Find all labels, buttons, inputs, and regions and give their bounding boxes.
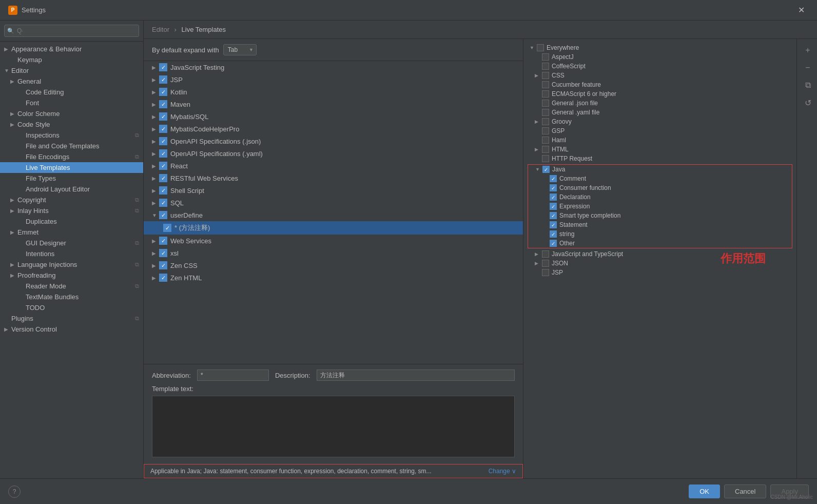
ctx-checkbox[interactable] bbox=[542, 250, 549, 258]
tpl-checkbox[interactable]: ✓ bbox=[159, 162, 167, 170]
sidebar-item-android-layout[interactable]: Android Layout Editor bbox=[0, 184, 143, 195]
ctx-item-java[interactable]: ▼ ✓ Java bbox=[528, 165, 792, 174]
ctx-checkbox[interactable] bbox=[542, 146, 549, 153]
tpl-item-web-services[interactable]: ▶ ✓ Web Services bbox=[144, 235, 523, 247]
ctx-item-html[interactable]: ▶ HTML bbox=[528, 145, 792, 154]
ctx-item-gsp[interactable]: GSP bbox=[528, 126, 792, 135]
tpl-checkbox[interactable]: ✓ bbox=[159, 125, 167, 133]
ctx-item-json[interactable]: ▶ JSON bbox=[528, 259, 792, 268]
ok-button[interactable]: OK bbox=[689, 484, 720, 498]
ctx-item-java-statement[interactable]: ✓ Statement bbox=[528, 220, 792, 229]
ctx-item-java-string[interactable]: ✓ string bbox=[528, 229, 792, 239]
sidebar-item-language-injections[interactable]: ▶ Language Injections ⧉ bbox=[0, 259, 143, 270]
ctx-item-java-expression[interactable]: ✓ Expression bbox=[528, 202, 792, 211]
sidebar-item-plugins[interactable]: Plugins ⧉ bbox=[0, 313, 143, 324]
sidebar-item-live-templates[interactable]: Live Templates bbox=[0, 162, 143, 173]
copy-button[interactable]: ⧉ bbox=[801, 78, 815, 92]
ctx-checkbox[interactable] bbox=[542, 137, 549, 144]
tpl-checkbox[interactable]: ✓ bbox=[159, 88, 167, 96]
ctx-checkbox[interactable] bbox=[542, 155, 549, 162]
tpl-checkbox[interactable]: ✓ bbox=[159, 75, 167, 84]
tpl-item-openapi-yaml[interactable]: ▶ ✓ OpenAPI Specifications (.yaml) bbox=[144, 147, 523, 160]
ctx-item-yaml-file[interactable]: General .yaml file bbox=[528, 108, 792, 117]
ctx-checkbox[interactable]: ✓ bbox=[550, 240, 557, 247]
sidebar-item-inspections[interactable]: Inspections ⧉ bbox=[0, 130, 143, 141]
ctx-checkbox[interactable] bbox=[542, 100, 549, 107]
tpl-item-mybatis-helper[interactable]: ▶ ✓ MybatisCodeHelperPro bbox=[144, 123, 523, 135]
ctx-item-everywhere[interactable]: ▼ Everywhere bbox=[528, 43, 792, 52]
ctx-item-js-ts[interactable]: ▶ JavaScript and TypeScript bbox=[528, 249, 792, 259]
ctx-item-java-consumer[interactable]: ✓ Consumer function bbox=[528, 183, 792, 192]
ctx-checkbox[interactable] bbox=[542, 90, 549, 98]
sidebar-item-proofreading[interactable]: ▶ Proofreading bbox=[0, 270, 143, 281]
ctx-checkbox[interactable] bbox=[542, 72, 549, 79]
ctx-checkbox[interactable] bbox=[537, 44, 544, 51]
tpl-checkbox[interactable]: ✓ bbox=[159, 149, 167, 158]
sidebar-item-general[interactable]: ▶ General bbox=[0, 76, 143, 87]
template-textarea[interactable] bbox=[152, 396, 515, 457]
sidebar-item-gui-designer[interactable]: GUI Designer ⧉ bbox=[0, 238, 143, 248]
ctx-item-java-declaration[interactable]: ✓ Declaration bbox=[528, 192, 792, 202]
search-input[interactable] bbox=[4, 25, 139, 37]
sidebar-item-file-code-templates[interactable]: File and Code Templates bbox=[0, 141, 143, 151]
sidebar-item-textmate[interactable]: TextMate Bundles bbox=[0, 292, 143, 302]
tpl-item-user-define[interactable]: ▼ ✓ userDefine bbox=[144, 209, 523, 221]
tpl-checkbox[interactable]: ✓ bbox=[163, 224, 171, 232]
remove-button[interactable]: − bbox=[801, 61, 815, 75]
sidebar-item-version-control[interactable]: ▶ Version Control bbox=[0, 324, 143, 335]
sidebar-item-todo[interactable]: TODO bbox=[0, 302, 143, 313]
tpl-checkbox[interactable]: ✓ bbox=[159, 237, 167, 245]
cancel-button[interactable]: Cancel bbox=[724, 484, 766, 498]
ctx-item-java-comment[interactable]: ✓ Comment bbox=[528, 174, 792, 183]
expand-select[interactable]: Tab Enter Space bbox=[223, 44, 257, 55]
tpl-item-js-testing[interactable]: ▶ ✓ JavaScript Testing bbox=[144, 61, 523, 73]
ctx-checkbox[interactable]: ✓ bbox=[550, 212, 557, 219]
ctx-checkbox[interactable]: ✓ bbox=[550, 221, 557, 228]
ctx-item-java-other[interactable]: ✓ Other bbox=[528, 239, 792, 248]
ctx-checkbox[interactable]: ✓ bbox=[550, 203, 557, 210]
ctx-checkbox[interactable]: ✓ bbox=[550, 230, 557, 238]
tpl-item-restful[interactable]: ▶ ✓ RESTful Web Services bbox=[144, 172, 523, 184]
sidebar-item-code-editing[interactable]: Code Editing bbox=[0, 87, 143, 98]
ctx-checkbox[interactable] bbox=[542, 63, 549, 70]
sidebar-item-inlay-hints[interactable]: ▶ Inlay Hints ⧉ bbox=[0, 205, 143, 216]
tpl-item-shell[interactable]: ▶ ✓ Shell Script bbox=[144, 184, 523, 197]
ctx-checkbox[interactable] bbox=[542, 81, 549, 88]
ctx-checkbox[interactable]: ✓ bbox=[550, 193, 557, 201]
sidebar-item-keymap[interactable]: Keymap bbox=[0, 54, 143, 65]
ctx-item-groovy[interactable]: ▶ Groovy bbox=[528, 117, 792, 126]
change-link[interactable]: Change ∨ bbox=[489, 468, 516, 475]
ctx-checkbox[interactable] bbox=[542, 109, 549, 116]
tpl-item-jsp[interactable]: ▶ ✓ JSP bbox=[144, 73, 523, 86]
tpl-item-method-comment[interactable]: ✓ * (方法注释) bbox=[144, 221, 523, 235]
tpl-checkbox[interactable]: ✓ bbox=[159, 199, 167, 207]
ctx-item-aspectj[interactable]: AspectJ bbox=[528, 52, 792, 62]
tpl-checkbox[interactable]: ✓ bbox=[159, 249, 167, 257]
tpl-item-zen-css[interactable]: ▶ ✓ Zen CSS bbox=[144, 259, 523, 272]
ctx-checkbox[interactable]: ✓ bbox=[542, 166, 550, 173]
sidebar-item-font[interactable]: Font bbox=[0, 98, 143, 108]
sidebar-item-appearance[interactable]: ▶ Appearance & Behavior bbox=[0, 44, 143, 54]
tpl-checkbox[interactable]: ✓ bbox=[159, 137, 167, 145]
sidebar-item-file-types[interactable]: File Types bbox=[0, 173, 143, 184]
close-button[interactable]: ✕ bbox=[794, 3, 809, 17]
ctx-item-haml[interactable]: Haml bbox=[528, 135, 792, 145]
sidebar-item-reader-mode[interactable]: Reader Mode ⧉ bbox=[0, 281, 143, 292]
tpl-checkbox[interactable]: ✓ bbox=[159, 274, 167, 282]
tpl-item-mybatis[interactable]: ▶ ✓ Mybatis/SQL bbox=[144, 110, 523, 123]
sidebar-item-intentions[interactable]: Intentions bbox=[0, 248, 143, 259]
ctx-item-coffeescript[interactable]: CoffeeScript bbox=[528, 62, 792, 71]
sidebar-item-emmet[interactable]: ▶ Emmet bbox=[0, 227, 143, 238]
ctx-checkbox[interactable] bbox=[542, 260, 549, 267]
tpl-item-react[interactable]: ▶ ✓ React bbox=[144, 160, 523, 172]
tpl-item-sql[interactable]: ▶ ✓ SQL bbox=[144, 197, 523, 209]
ctx-item-ecmascript[interactable]: ECMAScript 6 or higher bbox=[528, 89, 792, 99]
tpl-item-xsl[interactable]: ▶ ✓ xsl bbox=[144, 247, 523, 259]
tpl-checkbox[interactable]: ✓ bbox=[159, 186, 167, 195]
tpl-checkbox[interactable]: ✓ bbox=[159, 211, 167, 219]
ctx-item-java-smart[interactable]: ✓ Smart type completion bbox=[528, 211, 792, 220]
reset-button[interactable]: ↺ bbox=[801, 95, 815, 110]
ctx-checkbox[interactable] bbox=[542, 127, 549, 134]
ctx-item-jsp[interactable]: JSP bbox=[528, 268, 792, 277]
ctx-item-cucumber[interactable]: Cucumber feature bbox=[528, 80, 792, 89]
